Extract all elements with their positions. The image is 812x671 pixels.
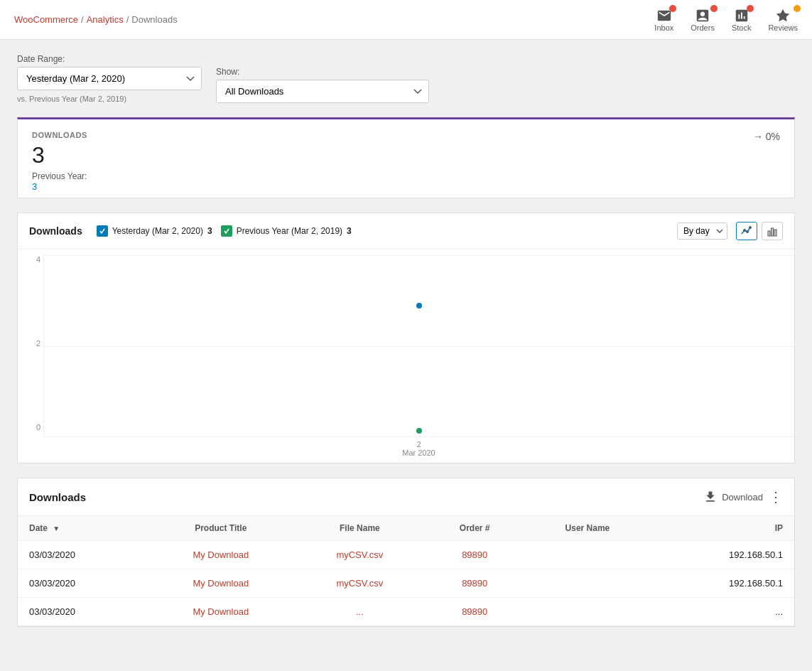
filters-row: Date Range: Yesterday (Mar 2, 2020) vs. … [17, 54, 795, 103]
cell-date: 03/03/2020 [18, 541, 147, 569]
chart-legend-2: Previous Year (Mar 2, 2019) 3 [221, 225, 352, 237]
orders-icon [695, 8, 710, 23]
table-head: Date ▼ Product Title File Name Order # U… [18, 516, 794, 541]
download-label: Download [722, 492, 763, 503]
chart-section: Downloads Yesterday (Mar 2, 2020) 3 Prev… [17, 213, 795, 463]
col-ip: IP [651, 516, 794, 541]
downloads-table: Date ▼ Product Title File Name Order # U… [18, 516, 794, 626]
download-icon [703, 490, 718, 504]
y-label-2: 2 [36, 339, 40, 348]
cell-order: 89890 [425, 541, 524, 569]
order-link[interactable]: 89890 [462, 606, 487, 617]
product-link[interactable]: My Download [193, 606, 249, 617]
product-link[interactable]: My Download [193, 549, 249, 560]
sort-icon: ▼ [53, 525, 60, 532]
download-button[interactable]: Download [703, 490, 763, 504]
x-label-month: Mar 2020 [402, 449, 435, 457]
show-filter: Show: All Downloads [216, 67, 429, 103]
stats-change: → 0% [753, 131, 780, 142]
legend1-check-icon [97, 225, 108, 237]
chart-plot [43, 255, 794, 437]
by-day-wrapper: By day [677, 222, 727, 240]
line-chart-icon [741, 225, 752, 237]
reviews-button[interactable]: Reviews [768, 8, 798, 32]
table-title: Downloads [29, 491, 86, 503]
inbox-label: Inbox [654, 23, 673, 32]
col-username: User Name [524, 516, 651, 541]
breadcrumb-woocommerce[interactable]: WooCommerce [14, 14, 78, 25]
by-day-select[interactable]: By day [677, 222, 727, 240]
file-link[interactable]: myCSV.csv [336, 578, 383, 589]
table-row: 03/03/2020 My Download myCSV.csv 89890 1… [18, 569, 794, 598]
more-options-icon: ⋮ [769, 488, 783, 505]
chart-area: 4 2 0 2 Mar 2020 [18, 249, 794, 463]
y-label-0: 0 [36, 423, 40, 431]
bar-chart-button[interactable] [762, 222, 783, 240]
legend1-label: Yesterday (Mar 2, 2020) [112, 226, 203, 236]
stats-prev-value: 3 [32, 181, 87, 192]
more-options-button[interactable]: ⋮ [769, 488, 783, 505]
breadcrumb-current: Downloads [131, 14, 177, 25]
cell-product-title: My Download [147, 598, 295, 626]
file-link[interactable]: ... [356, 606, 364, 617]
stats-value: 3 [32, 142, 87, 168]
chart-title: Downloads [29, 225, 82, 237]
reviews-label: Reviews [768, 23, 798, 32]
green-dot [416, 428, 422, 434]
chart-legend-1: Yesterday (Mar 2, 2020) 3 [97, 225, 212, 237]
breadcrumb: WooCommerce / Analytics / Downloads [14, 14, 178, 25]
legend1-count: 3 [207, 226, 212, 236]
main-content: Date Range: Yesterday (Mar 2, 2020) vs. … [0, 40, 812, 641]
legend2-check-icon [221, 225, 232, 237]
date-range-filter: Date Range: Yesterday (Mar 2, 2020) vs. … [17, 54, 202, 103]
breadcrumb-sep2: / [126, 14, 129, 25]
orders-badge [710, 5, 718, 12]
table-section: Downloads Download ⋮ Date ▼ Product Titl… [17, 478, 795, 627]
breadcrumb-analytics[interactable]: Analytics [87, 14, 124, 25]
stock-badge [747, 5, 754, 12]
col-order: Order # [425, 516, 524, 541]
product-link[interactable]: My Download [193, 578, 249, 589]
order-link[interactable]: 89890 [462, 578, 487, 589]
stats-title: DOWNLOADS [32, 131, 87, 139]
line-chart-button[interactable] [736, 222, 757, 240]
topbar-icons: Inbox Orders Stock Reviews [654, 8, 798, 32]
topbar: WooCommerce / Analytics / Downloads Inbo… [0, 0, 812, 40]
order-link[interactable]: 89890 [462, 549, 487, 560]
cell-ip: ... [651, 598, 794, 626]
cell-file-name: myCSV.csv [295, 569, 426, 598]
svg-rect-3 [768, 231, 770, 236]
stats-prev-label: Previous Year: [32, 171, 87, 181]
show-label: Show: [216, 67, 429, 77]
file-link[interactable]: myCSV.csv [336, 549, 383, 560]
legend2-label: Previous Year (Mar 2, 2019) [237, 226, 342, 236]
col-file-name: File Name [295, 516, 426, 541]
chart-controls: Downloads Yesterday (Mar 2, 2020) 3 Prev… [18, 213, 794, 249]
cell-file-name: ... [295, 598, 426, 626]
cell-ip: 192.168.50.1 [651, 569, 794, 598]
cell-order: 89890 [425, 598, 524, 626]
cell-date: 03/03/2020 [18, 569, 147, 598]
stats-left: DOWNLOADS 3 Previous Year: 3 [32, 131, 87, 192]
table-row: 03/03/2020 My Download ... 89890 ... [18, 598, 794, 626]
date-range-select[interactable]: Yesterday (Mar 2, 2020) [17, 67, 202, 90]
show-select[interactable]: All Downloads [216, 80, 429, 103]
stats-card: DOWNLOADS 3 Previous Year: 3 → 0% [17, 117, 795, 198]
col-product-title: Product Title [147, 516, 295, 541]
svg-point-2 [749, 227, 752, 229]
svg-point-0 [744, 230, 746, 232]
table-header: Downloads Download ⋮ [18, 478, 794, 516]
inbox-button[interactable]: Inbox [654, 8, 673, 32]
orders-button[interactable]: Orders [691, 8, 715, 32]
date-range-sub: vs. Previous Year (Mar 2, 2019) [17, 95, 202, 103]
stock-button[interactable]: Stock [732, 8, 752, 32]
table-header-row: Date ▼ Product Title File Name Order # U… [18, 516, 794, 541]
cell-product-title: My Download [147, 569, 295, 598]
cell-username [524, 569, 651, 598]
cell-date: 03/03/2020 [18, 598, 147, 626]
svg-rect-4 [772, 228, 774, 236]
breadcrumb-sep1: / [81, 14, 84, 25]
stats-header: DOWNLOADS 3 Previous Year: 3 → 0% [18, 119, 794, 198]
date-range-label: Date Range: [17, 54, 202, 64]
grid-line-top [44, 255, 794, 256]
